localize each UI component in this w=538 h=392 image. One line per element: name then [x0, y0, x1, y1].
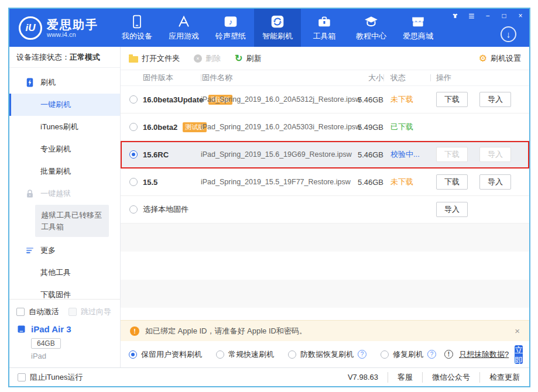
- main-nav: 我的设备应用游戏♪铃声壁纸智能刷机工具箱教程中心爱思商城: [114, 9, 441, 47]
- device-info: iPad Air 3 64GB iPad: [16, 324, 113, 360]
- skin-icon[interactable]: [451, 12, 459, 20]
- app-window: iU 爱思助手 www.i4.cn 我的设备应用游戏♪铃声壁纸智能刷机工具箱教程…: [8, 8, 530, 387]
- sidebar-group-label: 一键越狱: [40, 188, 71, 199]
- firmware-version: 选择本地固件: [143, 204, 189, 215]
- sidebar-item[interactable]: 下载固件: [9, 284, 120, 299]
- firmware-version: 16.0beta2: [143, 123, 177, 132]
- table-row[interactable]: 15.6RCiPad_Spring_2019_15.6_19G69_Restor…: [121, 141, 529, 169]
- app-logo: iU 爱思助手 www.i4.cn: [9, 9, 114, 47]
- close-icon[interactable]: ×: [516, 12, 525, 20]
- empty-rows-area: [121, 223, 529, 320]
- sidebar-item[interactable]: 其他工具: [9, 262, 120, 284]
- sidebar-group-flash-phone[interactable]: 刷机: [9, 71, 120, 94]
- toolbox-icon: [317, 14, 332, 29]
- flash-options-bar: 保留用户资料刷机常规快速刷机防数据恢复刷机?修复刷机? ! 只想抹除数据? 立即…: [121, 341, 529, 367]
- app-version: V7.98.63: [338, 373, 388, 381]
- flash-option-radio[interactable]: [216, 350, 224, 359]
- sidebar-item[interactable]: 批量刷机: [9, 160, 120, 183]
- nav-item-toolbox[interactable]: 工具箱: [301, 9, 348, 47]
- table-row[interactable]: 选择本地固件导入: [121, 196, 529, 223]
- auto-activate-checkbox[interactable]: 自动激活: [16, 307, 59, 317]
- statusbar: 阻止iTunes运行 V7.98.63 客服 微信公众号 检查更新: [9, 367, 529, 386]
- checkbox-icon[interactable]: [18, 373, 26, 381]
- statusbar-link-support[interactable]: 客服: [388, 372, 422, 383]
- my-device-icon: [129, 14, 145, 29]
- refresh-label: 刷新: [246, 53, 261, 64]
- firmware-size: 5.49GB: [353, 123, 383, 132]
- firmware-version-cell: 16.0beta3Update测试版: [121, 95, 201, 105]
- statusbar-link-wechat[interactable]: 微信公众号: [422, 372, 479, 383]
- nav-item-ringtone-wallpaper[interactable]: ♪铃声壁纸: [207, 9, 254, 47]
- close-notice-icon[interactable]: ×: [515, 326, 520, 336]
- refresh-icon: ↻: [235, 54, 242, 63]
- open-folder-button[interactable]: 打开文件夹: [129, 53, 180, 64]
- gear-icon: ⚙: [479, 54, 487, 63]
- erase-data-link[interactable]: 只想抹除数据?: [459, 349, 509, 360]
- header-operation: 操作: [430, 73, 521, 83]
- flash-option[interactable]: 保留用户资料刷机: [129, 349, 202, 360]
- topbar: iU 爱思助手 www.i4.cn 我的设备应用游戏♪铃声壁纸智能刷机工具箱教程…: [9, 9, 529, 47]
- notice-text: 如已绑定 Apple ID，请准备好 Apple ID和密码。: [145, 326, 307, 336]
- flash-option-radio[interactable]: [129, 350, 137, 359]
- download-button[interactable]: 下载: [436, 92, 468, 107]
- flash-now-button[interactable]: 立即刷机: [515, 345, 523, 364]
- logo-subtitle: www.i4.cn: [47, 31, 98, 38]
- nav-item-smart-flash[interactable]: 智能刷机: [254, 9, 301, 47]
- import-button[interactable]: 导入: [479, 92, 511, 107]
- open-folder-label: 打开文件夹: [142, 53, 180, 64]
- firmware-radio[interactable]: [129, 123, 138, 131]
- minimize-icon[interactable]: −: [484, 12, 492, 20]
- flash-option-label: 常规快速刷机: [228, 349, 274, 360]
- delete-button: × 删除: [194, 53, 221, 64]
- firmware-status: 校验中...: [383, 149, 430, 160]
- nav-label: 教程中心: [356, 31, 386, 42]
- firmware-size: 5.46GB: [353, 95, 383, 104]
- flash-option[interactable]: 防数据恢复刷机?: [288, 349, 366, 360]
- skip-wizard-label: 跳过向导: [81, 307, 111, 317]
- flash-option-radio[interactable]: [381, 350, 389, 359]
- firmware-radio[interactable]: [129, 95, 138, 104]
- import-button[interactable]: 导入: [436, 202, 468, 217]
- flash-settings-button[interactable]: ⚙ 刷机设置: [479, 53, 521, 64]
- flash-option-radio[interactable]: [288, 350, 296, 359]
- firmware-radio[interactable]: [129, 150, 138, 159]
- nav-label: 爱思商城: [403, 31, 433, 42]
- help-icon[interactable]: ?: [358, 350, 366, 359]
- firmware-filename: iPad_Spring_2019_15.6_19G69_Restore.ipsw: [201, 150, 353, 159]
- download-icon[interactable]: ↓: [501, 26, 516, 42]
- flash-option[interactable]: 修复刷机?: [381, 349, 436, 360]
- menu-list-icon[interactable]: [467, 12, 475, 20]
- nav-item-app-game[interactable]: 应用游戏: [160, 9, 207, 47]
- sidebar-item[interactable]: 一键刷机: [9, 94, 120, 116]
- auto-activate-label: 自动激活: [29, 307, 59, 317]
- firmware-radio[interactable]: [129, 205, 138, 214]
- svg-text:♪: ♪: [229, 18, 233, 26]
- help-icon[interactable]: ?: [427, 350, 436, 359]
- flash-option[interactable]: 常规快速刷机: [216, 349, 274, 360]
- sidebar-group-more-lines[interactable]: 更多: [9, 239, 120, 262]
- sidebar-item[interactable]: iTunes刷机: [9, 116, 120, 138]
- firmware-operations: 导入: [430, 202, 521, 217]
- firmware-radio[interactable]: [129, 178, 138, 186]
- firmware-version-cell: 15.6RC: [121, 150, 201, 159]
- sidebar-menu: 刷机一键刷机iTunes刷机专业刷机批量刷机一键越狱越狱工具已转移至工具箱更多其…: [9, 68, 120, 299]
- import-button[interactable]: 导入: [479, 174, 511, 190]
- device-name: iPad Air 3: [31, 324, 71, 334]
- maximize-icon[interactable]: □: [500, 12, 508, 20]
- statusbar-link-check-update[interactable]: 检查更新: [479, 372, 521, 383]
- nav-item-store[interactable]: 爱思商城: [395, 9, 441, 47]
- sidebar-item[interactable]: 专业刷机: [9, 138, 120, 160]
- block-itunes-checkbox[interactable]: 阻止iTunes运行: [18, 372, 83, 383]
- table-row[interactable]: 15.5iPad_Spring_2019_15.5_19F77_Restore.…: [121, 169, 529, 196]
- refresh-button[interactable]: ↻ 刷新: [235, 53, 261, 64]
- nav-label: 我的设备: [122, 31, 152, 42]
- nav-item-tutorial[interactable]: 教程中心: [348, 9, 395, 47]
- checkbox-icon[interactable]: [16, 308, 25, 316]
- sidebar-group-label: 更多: [40, 245, 56, 256]
- table-row[interactable]: 16.0beta2测试版iPad_Spring_2019_16.0_20A530…: [121, 114, 529, 141]
- nav-label: 工具箱: [313, 31, 336, 42]
- download-button[interactable]: 下载: [436, 174, 468, 190]
- table-row[interactable]: 16.0beta3Update测试版iPad_Spring_2019_16.0_…: [121, 86, 529, 114]
- firmware-filename: iPad_Spring_2019_16.0_20A5303i_Restore.i…: [201, 123, 353, 131]
- nav-item-my-device[interactable]: 我的设备: [114, 9, 160, 47]
